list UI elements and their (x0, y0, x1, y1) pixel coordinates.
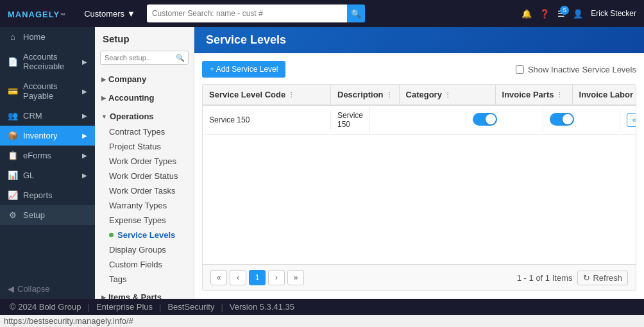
invoice-labor-toggle[interactable] (550, 113, 574, 126)
col-invoice-parts: Invoice Parts ⋮ (496, 85, 573, 105)
notifications-button[interactable]: 🔔 (521, 9, 532, 19)
sidebar-item-inventory[interactable]: 📦 Inventory ▶ (0, 126, 95, 146)
sort-icon[interactable]: ⋮ (556, 91, 563, 98)
footer: © 2024 Bold Group | Enterprise Plus | Be… (0, 299, 644, 315)
chevron-right-icon: ▶ (82, 112, 87, 119)
action-buttons: ✏ Edit 🗑 Delete (627, 113, 636, 127)
page-current-button[interactable]: 1 (249, 270, 266, 285)
arrow-right-icon: ▶ (101, 294, 106, 299)
search-input[interactable] (147, 4, 348, 22)
setup-item-work-order-types[interactable]: Work Order Types (95, 154, 194, 169)
page-prev-button[interactable]: ‹ (230, 270, 246, 285)
sidebar-item-home[interactable]: ⌂ Home (0, 27, 95, 47)
sidebar-item-reports[interactable]: 📈 Reports (0, 185, 95, 205)
toggle-knob (563, 114, 573, 124)
setup-item-tags[interactable]: Tags (95, 272, 194, 287)
pagination: « ‹ 1 › » 1 - 1 of 1 Items ↻ Refresh (203, 264, 636, 290)
chevron-right-icon: ▶ (82, 172, 87, 179)
setup-item-warranty-types[interactable]: Warranty Types (95, 198, 194, 213)
user-avatar[interactable]: 👤 (573, 9, 583, 19)
arrow-down-icon: ▼ (101, 113, 107, 120)
footer-divider: | (221, 302, 223, 312)
toolbar: + Add Service Level Show Inactive Servic… (202, 61, 636, 78)
topbar-right: 🔔 ❓ ☰ 5 👤 Erick Stecker (521, 9, 636, 19)
refresh-icon: ↻ (583, 273, 590, 283)
notification-badge: 5 (560, 6, 569, 15)
user-icon: 👤 (573, 9, 583, 19)
user-name: Erick Stecker (591, 9, 636, 18)
crm-icon: 👥 (8, 111, 18, 121)
chevron-right-icon: ▶ (82, 132, 87, 139)
arrow-right-icon: ▶ (101, 76, 106, 83)
collapse-button[interactable]: ◀ Collapse (0, 279, 95, 299)
url-text: https://bestsecurity.managely.info/# (4, 316, 133, 326)
table-header: Service Level Code ⋮ Description ⋮ Categ… (203, 85, 636, 106)
active-dot (109, 233, 114, 237)
cell-category (370, 115, 466, 125)
cell-invoice-parts (466, 108, 543, 133)
sort-icon[interactable]: ⋮ (445, 91, 451, 98)
help-button[interactable]: ❓ (539, 9, 550, 19)
setup-section-company-header[interactable]: ▶ Company (95, 71, 194, 87)
sidebar-item-accounts-receivable[interactable]: 📄 Accounts Receivable ▶ (0, 47, 95, 76)
help-icon: ❓ (539, 9, 550, 19)
pagination-info: 1 - 1 of 1 Items (517, 273, 573, 283)
setup-item-expense-types[interactable]: Expense Types (95, 213, 194, 228)
reports-icon: 📈 (8, 190, 18, 200)
sidebar-item-eforms[interactable]: 📋 eForms ▶ (0, 146, 95, 165)
show-inactive-checkbox[interactable] (516, 65, 524, 74)
page-last-button[interactable]: » (287, 270, 304, 285)
accounts-receivable-icon: 📄 (8, 57, 18, 67)
inventory-icon: 📦 (8, 131, 18, 140)
bell-icon: 🔔 (521, 9, 532, 19)
sidebar-item-accounts-payable[interactable]: 💳 Accounts Payable ▶ (0, 76, 95, 106)
col-category: Category ⋮ (400, 85, 496, 105)
sort-icon[interactable]: ⋮ (636, 91, 636, 98)
sort-icon[interactable]: ⋮ (386, 91, 393, 98)
page-first-button[interactable]: « (210, 270, 227, 285)
invoice-parts-toggle[interactable] (473, 113, 497, 126)
footer-copyright: © 2024 Bold Group (10, 302, 81, 312)
search-icon: 🔍 (351, 9, 361, 19)
search-button[interactable]: 🔍 (347, 4, 364, 22)
add-service-level-button[interactable]: + Add Service Level (202, 61, 285, 78)
cell-service-level-code: Service 150 (203, 110, 331, 130)
data-table: Service Level Code ⋮ Description ⋮ Categ… (202, 84, 636, 291)
search-bar: 🔍 (147, 4, 365, 22)
edit-icon: ✏ (632, 115, 636, 125)
sidebar-item-crm[interactable]: 👥 CRM ▶ (0, 106, 95, 126)
tasks-button[interactable]: ☰ 5 (557, 9, 565, 19)
customers-nav[interactable]: Customers ▼ (79, 6, 140, 21)
setup-search-icon: 🔍 (176, 54, 185, 62)
footer-version: Version 5.3.41.35 (230, 302, 294, 312)
setup-item-service-levels[interactable]: Service Levels (95, 228, 194, 242)
setup-section-items-parts-header[interactable]: ▶ Items & Parts (95, 289, 194, 299)
setup-section-accounting-header[interactable]: ▶ Accounting (95, 90, 194, 106)
setup-section-operations-header[interactable]: ▼ Operations (95, 108, 194, 124)
chevron-right-icon: ▶ (82, 152, 87, 159)
content-header: Service Levels (194, 27, 644, 53)
topbar: MANAGELY™ Customers ▼ 🔍 🔔 ❓ ☰ 5 👤 Erick … (0, 0, 644, 27)
content-area: Service Levels + Add Service Level Show … (194, 27, 644, 299)
chevron-right-icon: ▶ (82, 58, 87, 65)
sidebar-item-setup[interactable]: ⚙ Setup (0, 205, 95, 225)
col-description: Description ⋮ (331, 85, 400, 105)
sidebar-item-gl[interactable]: 📊 GL ▶ (0, 165, 95, 185)
refresh-button[interactable]: ↻ Refresh (577, 271, 628, 285)
setup-item-project-status[interactable]: Project Status (95, 139, 194, 154)
setup-section-operations: ▼ Operations Contract Types Project Stat… (95, 107, 194, 288)
setup-item-work-order-tasks[interactable]: Work Order Tasks (95, 183, 194, 198)
setup-item-custom-fields[interactable]: Custom Fields (95, 257, 194, 272)
edit-button[interactable]: ✏ Edit (627, 113, 636, 127)
setup-item-display-groups[interactable]: Display Groups (95, 242, 194, 257)
page-next-button[interactable]: › (268, 270, 285, 285)
footer-divider: | (87, 302, 89, 312)
sort-icon[interactable]: ⋮ (288, 91, 294, 98)
collapse-icon: ◀ (8, 284, 14, 294)
setup-item-contract-types[interactable]: Contract Types (95, 124, 194, 139)
chevron-right-icon: ▶ (82, 88, 87, 95)
cell-description: Service 150 (331, 106, 370, 134)
setup-section-items-parts: ▶ Items & Parts (95, 288, 194, 299)
setup-item-work-order-status[interactable]: Work Order Status (95, 169, 194, 183)
col-invoice-labor: Invoice Labor ⋮ (573, 85, 636, 105)
